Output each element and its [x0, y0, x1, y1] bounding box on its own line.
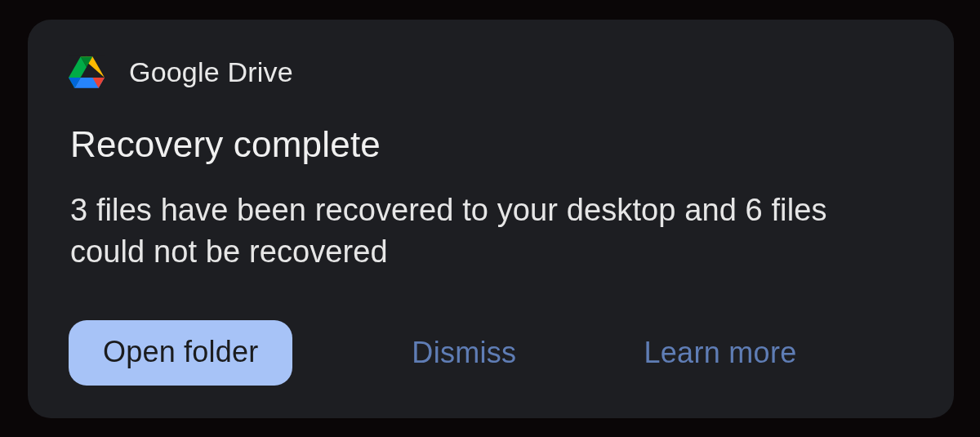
app-name-label: Google Drive [129, 56, 293, 88]
notification-body: 3 files have been recovered to your desk… [70, 190, 903, 274]
google-drive-icon [69, 56, 105, 88]
notification-actions: Open folder Dismiss Learn more [69, 296, 913, 386]
open-folder-button[interactable]: Open folder [69, 320, 292, 386]
notification-title: Recovery complete [70, 124, 913, 165]
notification-header: Google Drive [69, 56, 913, 88]
dismiss-button[interactable]: Dismiss [395, 321, 532, 385]
recovery-notification-card: Google Drive Recovery complete 3 files h… [28, 20, 954, 418]
learn-more-button[interactable]: Learn more [627, 321, 813, 385]
